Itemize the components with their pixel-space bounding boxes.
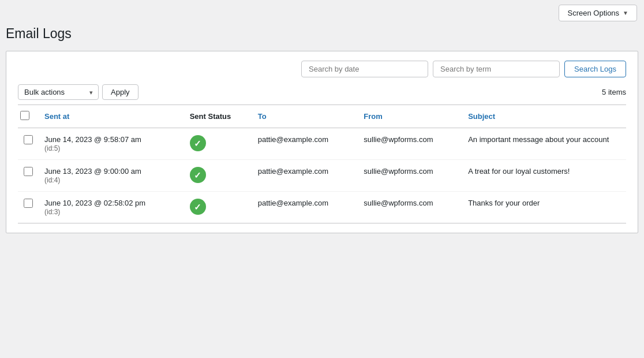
page-wrapper: Screen Options ▼ Email Logs Search Logs … <box>0 0 644 358</box>
search-row: Search Logs <box>18 61 626 77</box>
row-checkbox[interactable] <box>24 135 33 144</box>
row-to: pattie@example.com <box>252 160 358 192</box>
content-area: Search Logs Bulk actions ▾ Apply 5 items <box>6 51 638 233</box>
row-checkbox-cell <box>18 160 39 192</box>
sent-status-icon <box>190 135 206 151</box>
row-to: pattie@example.com <box>252 192 358 223</box>
row-checkbox[interactable] <box>24 167 33 176</box>
select-all-checkbox[interactable] <box>20 111 29 120</box>
actions-row: Bulk actions ▾ Apply 5 items <box>18 84 626 100</box>
col-header-to[interactable]: To <box>252 105 358 128</box>
table-header-row: Sent at Sent Status To From Subject <box>18 105 626 128</box>
row-sent-status <box>184 128 252 160</box>
table-row: June 14, 2023 @ 9:58:07 am (id:5) pattie… <box>18 128 626 160</box>
row-subject: An important message about your account <box>462 128 626 160</box>
row-sent-status <box>184 160 252 192</box>
row-sent-at: June 13, 2023 @ 9:00:00 am (id:4) <box>39 160 184 192</box>
items-count: 5 items <box>602 88 626 96</box>
row-checkbox[interactable] <box>24 199 33 208</box>
col-header-sent-status: Sent Status <box>184 105 252 128</box>
search-logs-button[interactable]: Search Logs <box>564 61 626 77</box>
col-header-checkbox <box>18 105 39 128</box>
bulk-actions-select[interactable]: Bulk actions <box>18 84 99 100</box>
table-row: June 13, 2023 @ 9:00:00 am (id:4) pattie… <box>18 160 626 192</box>
sent-status-icon <box>190 167 206 183</box>
page-title: Email Logs <box>6 26 638 42</box>
row-checkbox-cell <box>18 128 39 160</box>
screen-options-button[interactable]: Screen Options ▼ <box>559 5 637 21</box>
col-header-subject[interactable]: Subject <box>462 105 626 128</box>
sent-status-icon <box>190 199 206 215</box>
search-date-input[interactable] <box>301 61 428 77</box>
row-sent-at: June 14, 2023 @ 9:58:07 am (id:5) <box>39 128 184 160</box>
row-checkbox-cell <box>18 192 39 223</box>
row-from: sullie@wpforms.com <box>358 160 462 192</box>
row-to: pattie@example.com <box>252 128 358 160</box>
top-bar: Screen Options ▼ <box>0 0 644 26</box>
search-term-input[interactable] <box>433 61 560 77</box>
col-header-sent-at[interactable]: Sent at <box>39 105 184 128</box>
header-area: Email Logs <box>0 26 644 42</box>
actions-left: Bulk actions ▾ Apply <box>18 84 138 100</box>
row-subject: A treat for our loyal customers! <box>462 160 626 192</box>
row-from: sullie@wpforms.com <box>358 192 462 223</box>
row-from: sullie@wpforms.com <box>358 128 462 160</box>
row-subject: Thanks for your order <box>462 192 626 223</box>
screen-options-label: Screen Options <box>567 9 619 17</box>
row-sent-at: June 10, 2023 @ 02:58:02 pm (id:3) <box>39 192 184 223</box>
col-header-from[interactable]: From <box>358 105 462 128</box>
chevron-down-icon: ▼ <box>623 10 628 16</box>
table-row: June 10, 2023 @ 02:58:02 pm (id:3) patti… <box>18 192 626 223</box>
email-table: Sent at Sent Status To From Subject June… <box>18 105 626 223</box>
bulk-actions-wrapper: Bulk actions ▾ <box>18 84 99 100</box>
row-sent-status <box>184 192 252 223</box>
apply-button[interactable]: Apply <box>102 84 138 100</box>
